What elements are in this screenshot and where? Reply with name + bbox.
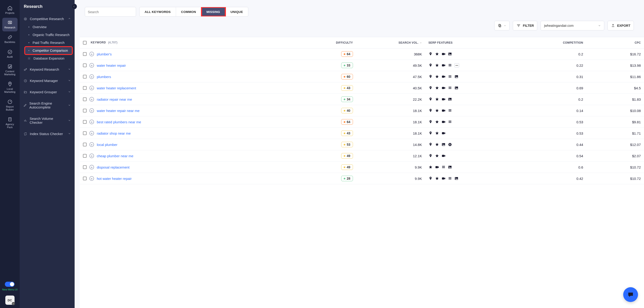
- chevron-down-icon: [504, 24, 506, 27]
- keyword-link[interactable]: hot water heater repair: [97, 177, 132, 181]
- add-keyword-button[interactable]: +: [90, 176, 94, 181]
- nav-research[interactable]: Research: [2, 18, 18, 31]
- segment-missing[interactable]: MISSING: [202, 7, 226, 16]
- keyword-link[interactable]: water heater repair: [97, 63, 126, 67]
- keyword-link[interactable]: radiator shop near me: [97, 131, 131, 135]
- add-keyword-button[interactable]: +: [90, 142, 94, 147]
- col-keyword[interactable]: KEYWORD: [91, 41, 106, 44]
- filter-button[interactable]: FILTER: [513, 21, 537, 30]
- keyword-link[interactable]: cheap plumber near me: [97, 154, 133, 158]
- serp-video-icon: [442, 108, 446, 113]
- more-serp-icon[interactable]: •••: [454, 63, 460, 67]
- filter-label: FILTER: [523, 24, 534, 27]
- nav-audit[interactable]: Audit: [2, 47, 18, 61]
- serp-features: [428, 165, 514, 169]
- row-checkbox[interactable]: [83, 52, 86, 56]
- chevron-down-icon: [68, 132, 71, 136]
- nav-item-database-expansion[interactable]: Database Expansion: [25, 54, 72, 62]
- nav-item-organic-traffic-research[interactable]: Organic Traffic Research: [25, 31, 72, 39]
- col-competition[interactable]: COMPETITION: [563, 41, 583, 44]
- serp-pin-icon: [428, 75, 433, 79]
- col-cpc[interactable]: CPC: [634, 41, 641, 44]
- keyword-link[interactable]: water heater replacement: [97, 86, 136, 90]
- keyword-link[interactable]: water heater repair near me: [97, 109, 140, 113]
- search-input-wrapper[interactable]: [85, 7, 136, 17]
- serp-list-icon: [448, 176, 452, 181]
- domain-select[interactable]: jwheatingandair.com: [540, 21, 604, 30]
- row-checkbox[interactable]: [83, 131, 86, 135]
- add-keyword-button[interactable]: +: [90, 108, 94, 113]
- keyword-link[interactable]: plumbers: [97, 75, 111, 79]
- copy-columns-button[interactable]: [494, 21, 510, 30]
- row-checkbox[interactable]: [83, 109, 86, 112]
- competition-value: 0.42: [518, 173, 586, 184]
- nav-item-competitor-comparison[interactable]: Competitor Comparison: [25, 47, 72, 54]
- search-input[interactable]: [88, 10, 132, 14]
- row-checkbox[interactable]: [83, 154, 86, 158]
- nav-group-index-status-checker[interactable]: Index Status Checker: [22, 130, 72, 138]
- add-keyword-button[interactable]: +: [90, 52, 94, 56]
- svg-point-36: [13, 304, 14, 304]
- row-checkbox[interactable]: [83, 97, 86, 101]
- account-badge[interactable]: DC: [5, 296, 14, 305]
- difficulty-pill: 43: [341, 85, 353, 91]
- add-keyword-button[interactable]: +: [90, 120, 94, 124]
- add-keyword-button[interactable]: +: [90, 74, 94, 79]
- add-keyword-button[interactable]: +: [90, 154, 94, 158]
- keywords-table-wrapper[interactable]: KEYWORD (4,707) DIFFICULTY SEARCH VOL. S…: [80, 37, 644, 308]
- nav-group-search-engine-autocomplete[interactable]: Search Engine Autocomplete: [22, 99, 72, 111]
- col-difficulty[interactable]: DIFFICULTY: [336, 41, 353, 44]
- add-keyword-button[interactable]: +: [90, 131, 94, 136]
- row-checkbox[interactable]: [83, 177, 86, 180]
- add-keyword-button[interactable]: +: [90, 165, 94, 169]
- difficulty-pill: 34: [341, 96, 353, 102]
- add-keyword-button[interactable]: +: [90, 86, 94, 90]
- row-checkbox[interactable]: [83, 86, 86, 90]
- keyword-link[interactable]: local plumber: [97, 143, 117, 147]
- nav-group-competitive-research[interactable]: Competitive Research: [22, 14, 72, 23]
- row-checkbox[interactable]: [83, 165, 86, 169]
- nav-group-keyword-manager[interactable]: Keyword Manager: [22, 76, 72, 85]
- nav-local-marketing[interactable]: Local Marketing: [2, 79, 18, 96]
- export-button[interactable]: EXPORT: [608, 21, 634, 30]
- nav-agency-pack[interactable]: Agency Pack: [2, 114, 18, 131]
- keyword-link[interactable]: radiator repair near me: [97, 97, 132, 101]
- row-checkbox[interactable]: [83, 143, 86, 146]
- nav-item-paid-traffic-research[interactable]: Paid Traffic Research: [25, 39, 72, 47]
- nav-report-builder[interactable]: Report Builder: [2, 97, 18, 114]
- nav-group-search-volume-checker[interactable]: Search Volume Checker: [22, 114, 72, 127]
- add-keyword-button[interactable]: +: [90, 63, 94, 68]
- serp-image-icon: [448, 97, 452, 101]
- row-checkbox[interactable]: [83, 63, 86, 67]
- bars-icon: [23, 119, 27, 122]
- serp-image-icon: [454, 176, 458, 181]
- col-search-vol[interactable]: SEARCH VOL.: [398, 41, 418, 44]
- keyword-link[interactable]: best rated plumbers near me: [97, 120, 141, 124]
- row-checkbox[interactable]: [83, 120, 86, 124]
- difficulty-pill: 49: [341, 164, 353, 170]
- nav-item-overview[interactable]: Overview: [25, 23, 72, 31]
- segment-common[interactable]: COMMON: [176, 7, 202, 16]
- nav-group-keyword-research[interactable]: Keyword Research: [22, 65, 72, 74]
- collapse-nav-button[interactable]: [72, 4, 77, 9]
- new-menu-toggle[interactable]: [5, 282, 14, 287]
- target-icon: [23, 17, 28, 21]
- nav-content-marketing[interactable]: Content Marketing: [2, 62, 18, 78]
- serp-pin-icon: [428, 86, 433, 90]
- cpc-value: $1.83: [586, 94, 644, 105]
- nav-backlinks[interactable]: Backlinks: [2, 32, 18, 46]
- nav-projects[interactable]: Projects: [2, 3, 18, 17]
- col-serp[interactable]: SERP FEATURES: [428, 41, 453, 44]
- serp-pin-icon: [428, 131, 433, 135]
- add-keyword-button[interactable]: +: [90, 97, 94, 102]
- chat-fab[interactable]: [623, 287, 638, 302]
- difficulty-pill: 33: [341, 62, 353, 68]
- select-all-checkbox[interactable]: [83, 41, 86, 44]
- row-checkbox[interactable]: [83, 75, 86, 78]
- nav-group-keyword-grouper[interactable]: Keyword Grouper: [22, 88, 72, 96]
- keyword-link[interactable]: disposal replacement: [97, 165, 130, 169]
- segment-unique[interactable]: UNIQUE: [226, 7, 248, 16]
- competition-value: 0.2: [518, 94, 586, 105]
- segment-all-keywords[interactable]: ALL KEYWORDS: [140, 7, 176, 16]
- keyword-link[interactable]: plumber's: [97, 52, 112, 56]
